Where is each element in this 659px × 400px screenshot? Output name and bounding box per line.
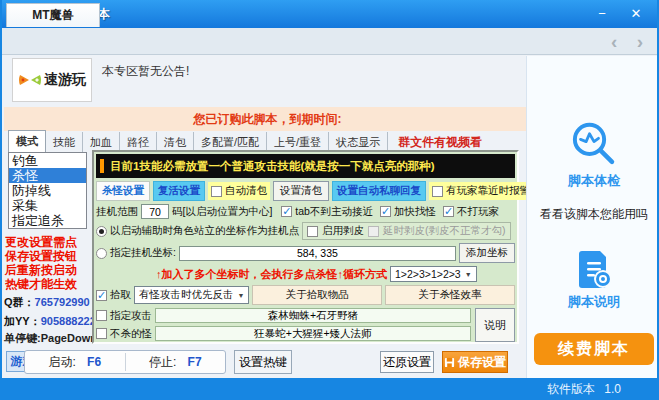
tab-nav: ‹ ›: [597, 31, 643, 53]
notice-marquee: 目前1技能必需放置一个普通攻击技能(就是按一下就点亮的那种): [96, 154, 515, 178]
warning-line: 保存设置按钮: [5, 249, 91, 263]
start-label: 启动:: [48, 355, 75, 369]
start-position-radio[interactable]: [96, 226, 107, 237]
target-attack-input[interactable]: [155, 308, 471, 323]
pickup-label: 拾取: [110, 288, 131, 302]
title-bar: 速游玩-已加载脚本: [2, 0, 659, 28]
save-settings-button[interactable]: 保存设置: [442, 351, 508, 373]
mode-item-antidrop[interactable]: 防掉线: [9, 183, 86, 198]
logo-text: 速游玩: [44, 71, 86, 89]
software-version: 软件版本 1.0: [547, 381, 621, 398]
mode-item-kill[interactable]: 杀怪: [9, 168, 86, 183]
yy-number: 905888222: [41, 315, 96, 327]
delay-skinning-checkbox[interactable]: [368, 226, 379, 237]
qq-label: Q群：: [4, 296, 35, 308]
script-manual-label[interactable]: 脚本说明: [568, 293, 620, 311]
warning-line: 更改设置需点: [5, 235, 91, 249]
stop-label: 停止:: [149, 355, 176, 369]
no-kill-checkbox[interactable]: [96, 328, 107, 339]
row-no-kill: 不杀的怪: [96, 326, 471, 341]
qq-number: 765792990: [35, 296, 90, 308]
mode-item-gather[interactable]: 采集: [9, 198, 86, 213]
about-pickup-button[interactable]: 关于拾取物品: [252, 285, 382, 305]
qq-group: Q群：765792990: [4, 295, 91, 310]
auto-reply-button[interactable]: 设置自动私聊回复: [332, 181, 426, 201]
stop-key-value: PageDown: [41, 332, 97, 344]
tab-skills[interactable]: 技能: [46, 132, 83, 153]
player-alarm-label: 有玩家靠近时报警: [446, 184, 530, 198]
announcement: 本专区暂无公告!: [102, 63, 189, 80]
about-efficiency-button[interactable]: 关于杀怪效率: [385, 285, 515, 305]
no-kill-label: 不杀的怪: [110, 327, 152, 341]
version-value: 1.0: [604, 382, 621, 396]
game-tab[interactable]: MT魔兽: [6, 3, 100, 27]
kill-settings-tab[interactable]: 杀怪设置: [96, 181, 150, 201]
no-attack-players-label: 不打玩家: [457, 205, 499, 219]
stop-key-label: 单停键:: [4, 332, 41, 344]
row-position-mode: 以启动辅助时角色站立的坐标作为挂机点 启用剥皮 延时剥皮(剥皮不正常才勾): [96, 222, 515, 240]
custom-position-radio[interactable]: [96, 248, 107, 259]
counter-mode-dropdown[interactable]: 有怪攻击时优先反击 ▼: [134, 286, 249, 304]
minimize-button[interactable]: −: [587, 0, 617, 26]
skinning-checkbox[interactable]: [307, 226, 318, 237]
hotkey-box: 启动: F6 停止: F7: [24, 350, 226, 374]
nav-left-icon[interactable]: ‹: [611, 31, 617, 52]
pickup-checkbox[interactable]: [96, 290, 107, 301]
tab-mode[interactable]: 模式: [8, 130, 46, 153]
dropdown-arrow-icon: ▼: [238, 292, 245, 299]
player-alarm-option: 有玩家靠近时报警: [429, 182, 533, 200]
skinning-label: 启用剥皮: [322, 224, 364, 238]
range-label: 挂机范围: [96, 205, 138, 219]
stop-hotkey: 停止: F7: [126, 354, 226, 371]
yy-label: 加YY：: [4, 315, 41, 327]
marquee-accent: [100, 159, 104, 173]
revive-settings-button[interactable]: 复活设置: [153, 181, 205, 201]
player-alarm-checkbox[interactable]: [432, 186, 443, 197]
yy-contact: 加YY：905888222: [4, 314, 91, 329]
fast-find-checkbox[interactable]: [380, 206, 391, 217]
mode-list: 钓鱼 杀怪 防掉线 采集 指定追杀: [8, 152, 87, 229]
set-clear-bag-button[interactable]: 设置清包: [273, 181, 329, 201]
stop-key: F7: [188, 355, 202, 369]
checkup-hint: 看看该脚本您能用吗: [540, 206, 648, 223]
start-hotkey: 启动: F6: [25, 354, 125, 371]
single-stop-key: 单停键:PageDown: [4, 331, 91, 346]
help-button[interactable]: 说明: [475, 308, 515, 342]
renew-script-button[interactable]: 续费脚本: [534, 333, 654, 365]
custom-position-label: 指定挂机坐标:: [110, 246, 176, 260]
warning-line: 热键才能生效: [5, 277, 91, 291]
save-icon: [444, 357, 455, 368]
close-button[interactable]: ✕: [621, 0, 651, 26]
tab-approach-label: tab不到主动接近: [295, 205, 373, 219]
auto-clear-bag-checkbox[interactable]: [211, 186, 222, 197]
coords-input[interactable]: [179, 246, 456, 261]
auto-clear-bag-label: 自动清包: [225, 184, 267, 198]
warning-line: 后重新按启动: [5, 263, 91, 277]
document-tabstrip: [2, 28, 659, 55]
hotkey-bar: 启动: F6 停止: F7 设置热键 还原设置 保存设置: [2, 346, 532, 378]
set-hotkey-button[interactable]: 设置热键: [234, 350, 292, 374]
no-kill-input[interactable]: [155, 326, 471, 341]
nav-right-icon[interactable]: ›: [637, 31, 643, 52]
target-attack-label: 指定攻击: [110, 309, 152, 323]
no-attack-players-checkbox[interactable]: [443, 206, 454, 217]
row-loop-mode: ↑加入了多个坐标时，会执行多点杀怪↑循环方式 1>2>3>1>2>3 ▼: [96, 266, 515, 282]
script-manual-icon[interactable]: [570, 245, 618, 293]
restore-settings-button[interactable]: 还原设置: [380, 351, 434, 373]
target-attack-checkbox[interactable]: [96, 310, 107, 321]
script-checkup-label[interactable]: 脚本体检: [568, 172, 620, 190]
range-input[interactable]: [141, 204, 169, 219]
target-filters-column: 指定攻击 不杀的怪: [96, 308, 471, 342]
rows-target-filters: 指定攻击 不杀的怪 说明: [96, 308, 515, 342]
script-checkup-icon[interactable]: [567, 118, 621, 172]
row-custom-position: 指定挂机坐标: 添加坐标: [96, 243, 515, 263]
tab-approach-checkbox[interactable]: [281, 206, 292, 217]
mode-item-hunt[interactable]: 指定追杀: [9, 213, 86, 228]
mode-item-fishing[interactable]: 钓鱼: [9, 153, 86, 168]
loop-mode-dropdown[interactable]: 1>2>3>1>2>3 ▼: [390, 266, 477, 282]
subscription-bar: 您已订购此脚本，到期时间:: [4, 107, 531, 131]
right-sidebar: 脚本体检 看看该脚本您能用吗 脚本说明 续费脚本: [526, 56, 659, 378]
add-coord-button[interactable]: 添加坐标: [459, 243, 515, 263]
multi-coord-note: ↑加入了多个坐标时，会执行多点杀怪↑循环方式: [156, 267, 387, 282]
save-label: 保存设置: [458, 354, 506, 371]
